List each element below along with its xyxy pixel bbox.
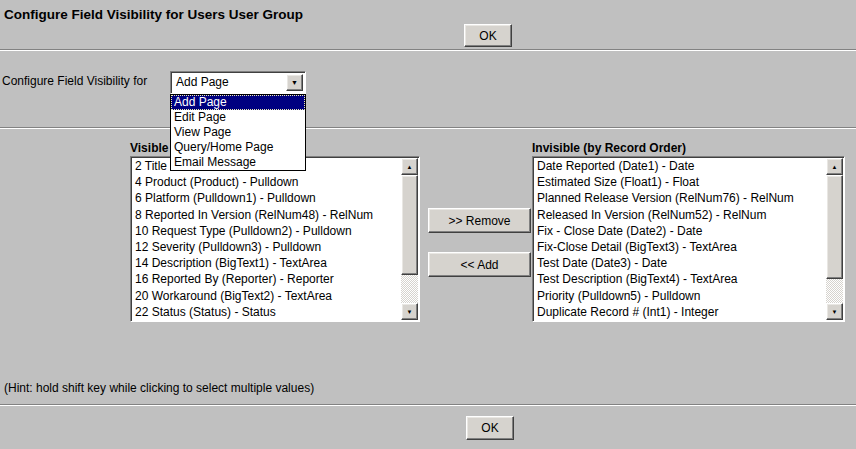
divider-bottom <box>0 404 856 406</box>
invisible-list-item[interactable]: Priority (Pulldown5) - Pulldown <box>534 288 826 304</box>
scroll-up-icon: ▲ <box>832 164 838 170</box>
visible-list-item[interactable]: 20 Workaround (BigText2) - TextArea <box>132 288 401 304</box>
ok-button-top[interactable]: OK <box>464 24 512 47</box>
hint-text: (Hint: hold shift key while clicking to … <box>4 381 314 395</box>
remove-button[interactable]: >> Remove <box>428 208 531 233</box>
scrollbar-thumb[interactable] <box>826 175 843 279</box>
visible-listbox-rows: 2 Title4 Product (Product) - Pulldown6 P… <box>132 158 401 320</box>
invisible-list-item[interactable]: Duplicate Record # (Int1) - Integer <box>534 304 826 320</box>
divider-top <box>0 49 856 51</box>
scroll-down-button[interactable]: ▼ <box>826 303 843 320</box>
configure-field-visibility-page: Configure Field Visibility for Users Use… <box>0 0 856 449</box>
visible-scrollbar[interactable]: ▲ ▼ <box>401 158 418 320</box>
dropdown-option[interactable]: Add Page <box>171 95 305 110</box>
combo-dropdown-button[interactable]: ▼ <box>286 74 303 91</box>
divider-middle <box>0 127 856 129</box>
visible-list-item[interactable]: 8 Reported In Version (RelNum48) - RelNu… <box>132 207 401 223</box>
page-title: Configure Field Visibility for Users Use… <box>4 7 303 22</box>
visible-list-item[interactable]: 4 Product (Product) - Pulldown <box>132 174 401 190</box>
invisible-list-item[interactable]: Test Date (Date3) - Date <box>534 255 826 271</box>
invisible-list-item[interactable]: Test Description (BigText4) - TextArea <box>534 271 826 287</box>
invisible-list-item[interactable]: Planned Release Version (RelNum76) - Rel… <box>534 190 826 206</box>
invisible-list-item[interactable]: Date Reported (Date1) - Date <box>534 158 826 174</box>
scroll-down-button[interactable]: ▼ <box>401 303 418 320</box>
invisible-listbox[interactable]: Date Reported (Date1) - DateEstimated Si… <box>532 156 845 322</box>
ok-button-bottom[interactable]: OK <box>466 416 514 440</box>
visible-list-item[interactable]: 6 Platform (Pulldown1) - Pulldown <box>132 190 401 206</box>
chevron-down-icon: ▼ <box>291 79 298 86</box>
dropdown-option[interactable]: Edit Page <box>171 110 305 125</box>
visible-list-item[interactable]: 22 Status (Status) - Status <box>132 304 401 320</box>
invisible-list-item[interactable]: Estimated Size (Float1) - Float <box>534 174 826 190</box>
scroll-down-icon: ▼ <box>407 309 413 315</box>
dropdown-option[interactable]: Email Message <box>171 155 305 170</box>
scrollbar-thumb[interactable] <box>401 175 418 275</box>
invisible-scrollbar[interactable]: ▲ ▼ <box>826 158 843 320</box>
page-type-select-value: Add Page <box>176 75 229 89</box>
invisible-list-item[interactable]: Fix - Close Date (Date2) - Date <box>534 223 826 239</box>
field-visibility-for-label: Configure Field Visibility for <box>2 74 147 88</box>
visible-list-heading: Visible <box>130 141 168 155</box>
visible-list-item[interactable]: 12 Severity (Pulldown3) - Pulldown <box>132 239 401 255</box>
scroll-up-button[interactable]: ▲ <box>401 158 418 175</box>
visible-listbox[interactable]: 2 Title4 Product (Product) - Pulldown6 P… <box>130 156 420 322</box>
dropdown-option[interactable]: Query/Home Page <box>171 140 305 155</box>
visible-list-item[interactable]: 16 Reported By (Reporter) - Reporter <box>132 271 401 287</box>
visible-list-item[interactable]: 14 Description (BigText1) - TextArea <box>132 255 401 271</box>
page-type-select[interactable]: Add Page ▼ <box>170 71 306 94</box>
invisible-list-item[interactable]: Released In Version (RelNum52) - RelNum <box>534 207 826 223</box>
visible-list-item[interactable]: 10 Request Type (Pulldown2) - Pulldown <box>132 223 401 239</box>
invisible-list-item[interactable]: Fix-Close Detail (BigText3) - TextArea <box>534 239 826 255</box>
invisible-list-heading: Invisible (by Record Order) <box>532 141 686 155</box>
scroll-up-icon: ▲ <box>407 164 413 170</box>
scroll-up-button[interactable]: ▲ <box>826 158 843 175</box>
scroll-down-icon: ▼ <box>832 309 838 315</box>
page-type-dropdown-list: Add PageEdit PageView PageQuery/Home Pag… <box>170 94 306 171</box>
dropdown-option[interactable]: View Page <box>171 125 305 140</box>
add-button[interactable]: << Add <box>428 252 531 277</box>
invisible-listbox-rows: Date Reported (Date1) - DateEstimated Si… <box>534 158 826 320</box>
